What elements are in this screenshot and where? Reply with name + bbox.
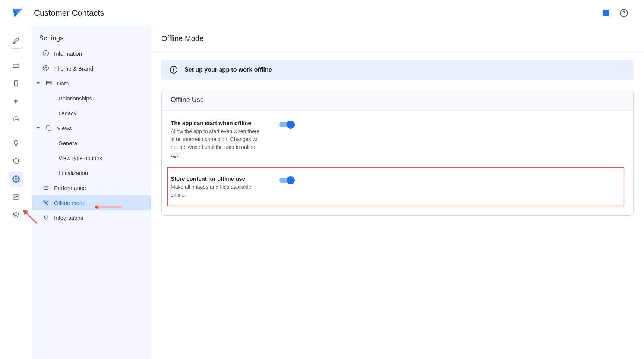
rail-education-icon[interactable]	[9, 207, 23, 222]
preview-button[interactable]	[601, 8, 611, 18]
info-banner: Set up your app to work offline	[161, 60, 634, 80]
sidebar-item-relationships[interactable]: Relationships	[32, 91, 151, 106]
svg-rect-5	[13, 63, 19, 68]
svg-point-2	[606, 12, 606, 13]
rail-settings-icon[interactable]	[9, 172, 23, 187]
sidebar-item-label: Integrations	[54, 215, 83, 221]
svg-rect-26	[47, 126, 50, 129]
sidebar-item-label: Performance	[54, 185, 86, 191]
sidebar-item-label: Views	[57, 125, 72, 131]
sidebar-item-label: Localization	[59, 170, 88, 176]
rail-bulb-icon[interactable]	[9, 136, 23, 151]
caret-down-icon	[35, 81, 41, 85]
banner-text: Set up your app to work offline	[184, 66, 272, 73]
sidebar-item-label: Legacy	[59, 110, 76, 116]
setting-store-content: Store content for offline use Make all i…	[167, 167, 624, 206]
rail-mobile-icon[interactable]	[9, 76, 23, 91]
sidebar-item-offline-mode[interactable]: Offline mode	[32, 195, 151, 210]
left-rail	[0, 26, 32, 359]
settings-sidebar: Settings Information Theme & Brand Data …	[32, 26, 151, 359]
rail-shield-icon[interactable]	[9, 154, 23, 169]
sidebar-item-label: Theme & Brand	[54, 65, 93, 72]
main-layout: Settings Information Theme & Brand Data …	[0, 26, 644, 359]
rail-data-icon[interactable]	[9, 58, 23, 73]
sidebar-item-label: Information	[54, 50, 82, 57]
sidebar-item-label: Offline mode	[54, 200, 86, 206]
sidebar-item-label: General	[59, 140, 78, 146]
help-button[interactable]	[619, 8, 629, 18]
rail-monitor-icon[interactable]	[9, 190, 23, 205]
page-title: Offline Mode	[151, 26, 644, 51]
info-icon	[170, 66, 178, 74]
sidebar-item-information[interactable]: Information	[32, 46, 151, 61]
offline-use-panel: Offline Use The app can start when offli…	[161, 89, 634, 216]
svg-point-15	[15, 178, 17, 180]
svg-point-22	[47, 67, 47, 68]
setting-title: The app can start when offline	[171, 120, 264, 126]
sidebar-item-views[interactable]: Views	[32, 121, 151, 135]
svg-line-27	[46, 187, 47, 188]
views-icon	[45, 124, 53, 132]
rail-rocket-icon[interactable]	[9, 34, 23, 49]
topbar-right	[601, 8, 629, 18]
rail-bot-icon[interactable]	[9, 112, 23, 127]
app-title: Customer Contacts	[34, 8, 104, 18]
svg-rect-23	[46, 81, 51, 85]
setting-description: Make all images and files available offl…	[171, 183, 264, 199]
top-bar: Customer Contacts	[0, 0, 644, 26]
rail-bolt-icon[interactable]	[9, 94, 23, 109]
plug-icon	[42, 214, 50, 221]
content-body: Set up your app to work offline Offline …	[151, 51, 644, 224]
sidebar-item-performance[interactable]: Performance	[32, 180, 151, 195]
panel-title: Offline Use	[162, 89, 633, 111]
svg-point-11	[15, 119, 15, 120]
palette-icon	[42, 65, 50, 72]
rail-separator	[12, 53, 20, 53]
sidebar-item-label: View type options	[59, 155, 102, 161]
sidebar-item-localization[interactable]: Localization	[32, 165, 151, 180]
wifi-off-icon	[42, 199, 50, 206]
topbar-left: Customer Contacts	[11, 6, 104, 20]
toggle-start-offline[interactable]	[279, 121, 296, 129]
sidebar-item-data[interactable]: Data	[32, 76, 151, 91]
svg-point-14	[16, 116, 16, 117]
appsheet-logo[interactable]	[11, 6, 25, 20]
svg-point-21	[45, 67, 46, 68]
panel-body: The app can start when offline Allow the…	[162, 111, 633, 215]
svg-point-19	[45, 52, 46, 53]
svg-point-32	[173, 68, 174, 69]
sidebar-item-theme[interactable]: Theme & Brand	[32, 61, 151, 76]
sidebar-item-general[interactable]: General	[32, 135, 151, 150]
setting-description: Allow the app to start even when there i…	[171, 128, 264, 159]
sidebar-item-view-type-options[interactable]: View type options	[32, 150, 151, 165]
svg-point-4	[624, 15, 624, 15]
data-icon	[45, 79, 53, 87]
speed-icon	[42, 184, 50, 191]
setting-title: Store content for offline use	[171, 175, 264, 182]
svg-point-20	[44, 68, 45, 69]
content-area: Offline Mode Set up your app to work off…	[151, 26, 644, 359]
sidebar-title: Settings	[32, 34, 151, 46]
sidebar-item-label: Relationships	[59, 95, 92, 102]
sidebar-item-label: Data	[57, 80, 69, 87]
sidebar-item-integrations[interactable]: Integrations	[32, 210, 151, 225]
sidebar-item-legacy[interactable]: Legacy	[32, 106, 151, 121]
info-icon	[42, 50, 50, 57]
toggle-store-content[interactable]	[279, 176, 296, 184]
setting-start-offline: The app can start when offline Allow the…	[171, 120, 624, 159]
rail-separator	[12, 131, 20, 131]
caret-down-icon	[35, 126, 41, 130]
svg-point-12	[16, 119, 17, 120]
